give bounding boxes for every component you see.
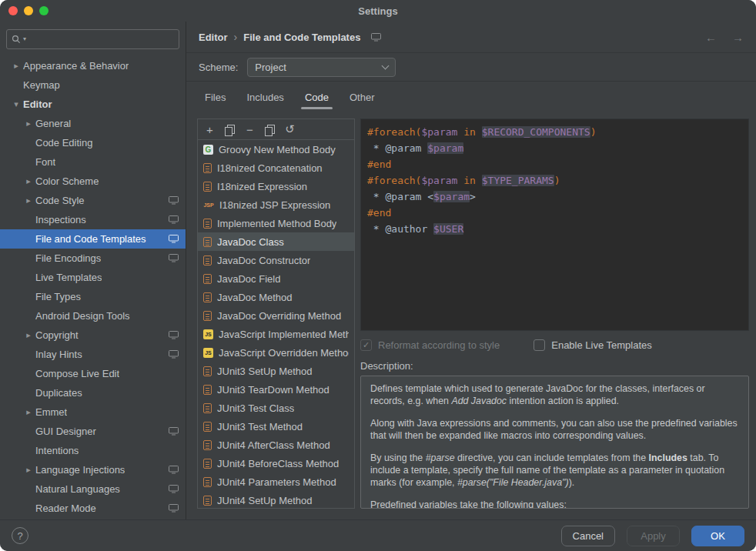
sidebar-item-android-design-tools[interactable]: Android Design Tools [0, 306, 186, 326]
titlebar[interactable]: Settings [0, 0, 756, 22]
sidebar-item-file-and-code-templates[interactable]: File and Code Templates [0, 229, 186, 249]
copy-template-icon[interactable] [223, 123, 236, 136]
chevron-right-icon[interactable]: ▸ [22, 330, 35, 340]
template-item-i18nized-jsp-expression[interactable]: JSPI18nized JSP Expression [198, 195, 354, 214]
template-item-javadoc-field[interactable]: JavaDoc Field [198, 269, 354, 288]
template-item-javadoc-class[interactable]: JavaDoc Class [198, 232, 354, 251]
sidebar-item-duplicates[interactable]: Duplicates [0, 383, 186, 402]
chevron-right-icon[interactable]: ▸ [22, 195, 35, 205]
live-templates-checkbox-box[interactable] [534, 339, 545, 351]
sidebar-item-font[interactable]: Font [0, 152, 186, 172]
scheme-value: Project [255, 62, 383, 73]
sidebar-item-code-editing[interactable]: Code Editing [0, 133, 186, 152]
sidebar-item-reader-mode[interactable]: Reader Mode [0, 499, 186, 518]
duplicate-template-icon[interactable] [263, 123, 276, 136]
search-history-chevron-icon[interactable]: ▾ [23, 36, 26, 42]
reformat-checkbox[interactable]: ✓ Reformat according to style [360, 339, 500, 351]
template-item-javadoc-constructor[interactable]: JavaDoc Constructor [198, 251, 354, 269]
apply-button[interactable]: Apply [627, 526, 680, 546]
settings-search[interactable]: ▾ [6, 29, 179, 49]
screen-badge-icon [164, 350, 179, 359]
sidebar-item-emmet[interactable]: ▸Emmet [0, 402, 186, 422]
template-item-javascript-implemented-method[interactable]: JSJavaScript Implemented Method [198, 325, 354, 343]
template-item-junit4-parameters-method[interactable]: JUnit4 Parameters Method [198, 473, 354, 491]
sidebar-item-file-encodings[interactable]: File Encodings [0, 249, 186, 268]
template-item-implemented-method-body[interactable]: Implemented Method Body [198, 214, 354, 232]
template-item-junit4-setup-method[interactable]: JUnit4 SetUp Method [198, 491, 354, 508]
template-item-junit4-beforeclass-method[interactable]: JUnit4 BeforeClass Method [198, 454, 354, 473]
template-file-icon [203, 385, 212, 395]
reformat-checkbox-box[interactable]: ✓ [360, 339, 372, 351]
sidebar-item-copyright[interactable]: ▸Copyright [0, 326, 186, 345]
tab-files[interactable]: Files [205, 82, 226, 112]
template-item-junit3-test-class[interactable]: JUnit3 Test Class [198, 399, 354, 417]
template-item-javadoc-overriding-method[interactable]: JavaDoc Overriding Method [198, 306, 354, 325]
description-label: Description: [360, 360, 749, 372]
template-item-label: JavaDoc Overriding Method [217, 310, 341, 322]
description-box[interactable]: Defines template which used to generate … [360, 376, 749, 509]
breadcrumb-item-file-and-code-templates[interactable]: File and Code Templates [243, 32, 360, 43]
close-window-button[interactable] [8, 6, 18, 15]
sidebar-item-label: File Encodings [35, 252, 101, 264]
add-template-icon[interactable]: + [203, 123, 216, 136]
minimize-window-button[interactable] [24, 6, 33, 15]
template-file-icon [203, 219, 212, 229]
chevron-right-icon[interactable]: ▸ [9, 61, 23, 71]
tab-other[interactable]: Other [350, 82, 375, 112]
template-item-junit4-afterclass-method[interactable]: JUnit4 AfterClass Method [198, 436, 354, 454]
sidebar-item-live-templates[interactable]: Live Templates [0, 268, 186, 287]
sidebar-item-code-style[interactable]: ▸Code Style [0, 191, 186, 210]
ok-button[interactable]: OK [691, 526, 744, 546]
chevron-right-icon[interactable]: ▸ [22, 119, 35, 129]
sidebar-item-label: Color Scheme [35, 175, 99, 187]
tab-includes[interactable]: Includes [246, 82, 283, 112]
sidebar-item-natural-languages[interactable]: Natural Languages [0, 479, 186, 499]
sidebar-item-appearance-behavior[interactable]: ▸Appearance & Behavior [0, 56, 186, 75]
template-file-icon [203, 237, 212, 247]
sidebar-item-compose-live-edit[interactable]: Compose Live Edit [0, 364, 186, 383]
scheme-select[interactable]: Project [247, 58, 396, 77]
chevron-right-icon[interactable]: ▸ [22, 465, 35, 475]
template-file-icon [203, 422, 212, 432]
template-item-junit3-setup-method[interactable]: JUnit3 SetUp Method [198, 362, 354, 380]
sidebar-item-label: Intentions [35, 445, 79, 456]
sidebar-item-label: Natural Languages [35, 483, 120, 495]
remove-template-icon[interactable]: − [243, 123, 256, 136]
template-item-i18nized-expression[interactable]: I18nized Expression [198, 177, 354, 195]
sidebar-item-label: Duplicates [35, 387, 82, 399]
sidebar-item-inlay-hints[interactable]: Inlay Hints [0, 345, 186, 364]
reset-template-icon[interactable]: ↺ [283, 123, 296, 136]
template-item-javadoc-method[interactable]: JavaDoc Method [198, 288, 354, 306]
chevron-right-icon[interactable]: ▸ [22, 176, 35, 186]
sidebar-item-intentions[interactable]: Intentions [0, 441, 186, 460]
chevron-down-icon[interactable]: ▾ [9, 99, 23, 109]
search-input[interactable] [28, 34, 174, 45]
back-button[interactable]: ← [705, 31, 717, 44]
template-item-i18nized-concatenation[interactable]: I18nized Concatenation [198, 159, 354, 177]
jsp-file-icon: JSP [203, 199, 214, 210]
sidebar-item-editor[interactable]: ▾Editor [0, 95, 186, 114]
zoom-window-button[interactable] [39, 6, 49, 15]
forward-button[interactable]: → [732, 31, 744, 44]
sidebar-item-inspections[interactable]: Inspections [0, 210, 186, 229]
sidebar-item-label: Reader Mode [35, 503, 96, 514]
template-list: GGroovy New Method BodyI18nized Concaten… [198, 140, 354, 508]
help-button[interactable]: ? [12, 527, 28, 544]
sidebar-item-general[interactable]: ▸General [0, 114, 186, 133]
live-templates-checkbox[interactable]: Enable Live Templates [534, 339, 652, 351]
template-item-groovy-new-method-body[interactable]: GGroovy New Method Body [198, 140, 354, 159]
sidebar-item-color-scheme[interactable]: ▸Color Scheme [0, 172, 186, 191]
sidebar-item-file-types[interactable]: File Types [0, 287, 186, 306]
breadcrumb-item-editor[interactable]: Editor [199, 32, 228, 43]
sidebar-item-gui-designer[interactable]: GUI Designer [0, 422, 186, 441]
cancel-button[interactable]: Cancel [561, 526, 615, 546]
template-item-junit3-test-method[interactable]: JUnit3 Test Method [198, 417, 354, 436]
code-line: * @param $param [367, 140, 742, 156]
template-editor[interactable]: #foreach($param in $RECORD_COMPONENTS) *… [360, 119, 749, 331]
sidebar-item-keymap[interactable]: Keymap [0, 75, 186, 95]
tab-code[interactable]: Code [305, 82, 329, 112]
template-item-junit3-teardown-method[interactable]: JUnit3 TearDown Method [198, 380, 354, 399]
chevron-right-icon[interactable]: ▸ [22, 407, 35, 417]
template-item-javascript-overridden-method[interactable]: JSJavaScript Overridden Method [198, 343, 354, 362]
sidebar-item-language-injections[interactable]: ▸Language Injections [0, 460, 186, 479]
